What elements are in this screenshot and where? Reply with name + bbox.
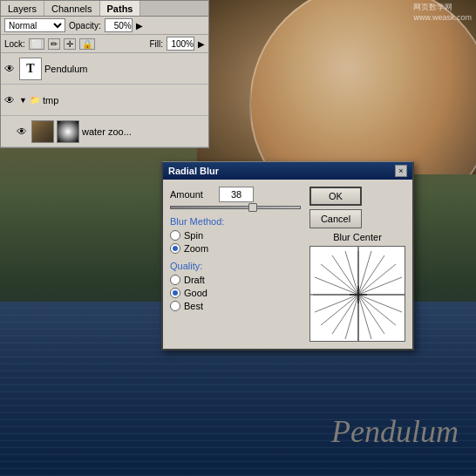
svg-line-14 <box>315 295 358 312</box>
svg-line-11 <box>345 295 358 339</box>
radio-best-label: Best <box>184 301 203 311</box>
slider-thumb <box>248 203 257 212</box>
lock-fill-row: Lock: ⬜ ✏ ✛ 🔒 Fill: ▶ <box>1 35 208 53</box>
quality-best[interactable]: Best <box>170 301 303 311</box>
layer-name-tmp: tmp <box>43 95 207 105</box>
radio-good-label: Good <box>184 288 207 298</box>
layer-name-water: water zoo... <box>82 126 207 137</box>
lock-position-btn[interactable]: ✛ <box>64 38 76 50</box>
blur-center-area: Blur Center <box>309 232 405 342</box>
blur-method-spin[interactable]: Spin <box>170 230 303 241</box>
svg-line-13 <box>321 295 358 325</box>
ok-button[interactable]: OK <box>309 187 362 206</box>
dialog-body: Amount Blur Method: Spin Zoom <box>163 180 412 349</box>
layer-thumb-water <box>31 120 54 143</box>
dialog-title: Radial Blur <box>168 166 219 176</box>
fill-input[interactable] <box>167 37 194 51</box>
amount-slider[interactable] <box>170 206 301 209</box>
radio-draft-label: Draft <box>184 275 205 285</box>
svg-line-17 <box>321 264 358 295</box>
hamster-image <box>197 0 476 174</box>
blur-method-zoom[interactable]: Zoom <box>170 243 303 254</box>
slider-container <box>170 206 303 209</box>
svg-line-8 <box>358 295 384 334</box>
quality-draft[interactable]: Draft <box>170 275 303 285</box>
panel-tabs: Layers Channels Paths <box>1 1 208 17</box>
radio-draft[interactable] <box>170 275 180 285</box>
layer-thumb-pendulum: T <box>19 58 42 80</box>
blur-method-label: Blur Method: <box>170 216 303 227</box>
radial-blur-dialog: Radial Blur × Amount Blur Method: Sp <box>161 161 414 350</box>
svg-line-16 <box>315 277 358 295</box>
opacity-arrow[interactable]: ▶ <box>136 21 143 31</box>
svg-line-6 <box>358 295 402 312</box>
quality-good[interactable]: Good <box>170 288 303 298</box>
dialog-titlebar: Radial Blur × <box>163 162 412 180</box>
layer-text-icon: T <box>20 58 41 79</box>
dialog-close-button[interactable]: × <box>395 165 407 177</box>
fill-arrow[interactable]: ▶ <box>198 39 205 49</box>
svg-line-12 <box>332 295 358 334</box>
layer-mask-thumb-water <box>57 120 79 143</box>
svg-line-19 <box>345 251 358 295</box>
svg-line-4 <box>358 277 402 295</box>
layer-name-pendulum: Pendulum <box>44 64 207 74</box>
radio-zoom-label: Zoom <box>184 243 208 254</box>
radio-good[interactable] <box>170 288 180 298</box>
blur-center-label: Blur Center <box>309 232 405 242</box>
quality-label: Quality: <box>170 261 303 271</box>
folder-icon: 📁 <box>30 95 40 105</box>
svg-line-3 <box>358 264 396 295</box>
tab-paths[interactable]: Paths <box>100 1 141 16</box>
lock-all-btn[interactable]: 🔒 <box>79 38 95 50</box>
blur-method-group: Spin Zoom <box>170 230 303 254</box>
radio-spin-label: Spin <box>184 230 203 241</box>
layer-row-water[interactable]: 👁 water zoo... <box>1 116 208 147</box>
blend-opacity-row: Normal Opacity: ▶ <box>1 17 208 35</box>
blend-mode-select[interactable]: Normal <box>4 18 65 32</box>
lock-transparent-btn[interactable]: ⬜ <box>29 38 44 50</box>
svg-line-7 <box>358 295 396 325</box>
layers-panel: Layers Channels Paths Normal Opacity: ▶ … <box>0 0 209 148</box>
quality-group: Draft Good Best <box>170 275 303 311</box>
layer-eye-tmp[interactable]: 👁 <box>3 93 17 107</box>
fill-label: Fill: <box>149 39 163 49</box>
layer-eye-water[interactable]: 👁 <box>15 125 29 139</box>
radio-zoom[interactable] <box>170 243 180 254</box>
folder-arrow[interactable]: ▼ <box>19 96 27 105</box>
watermark: 网页数学网 www.weask.com <box>413 2 472 22</box>
opacity-input[interactable] <box>105 18 133 32</box>
cancel-button[interactable]: Cancel <box>309 209 362 228</box>
layers-list: 👁 T Pendulum 👁 ▼ 📁 tmp 👁 water zoo... <box>1 53 208 147</box>
svg-line-18 <box>332 255 358 295</box>
blur-center-preview[interactable] <box>309 246 405 342</box>
lock-label: Lock: <box>4 39 25 49</box>
layer-row-tmp[interactable]: 👁 ▼ 📁 tmp <box>1 85 208 116</box>
dialog-right-panel: OK Cancel Blur Center <box>309 187 405 342</box>
lock-image-btn[interactable]: ✏ <box>48 38 60 50</box>
tab-channels[interactable]: Channels <box>44 1 99 16</box>
pendulum-signature: Pendulum <box>331 413 459 450</box>
layer-row-pendulum[interactable]: 👁 T Pendulum <box>1 53 208 85</box>
blur-center-svg <box>310 247 405 342</box>
layer-eye-pendulum[interactable]: 👁 <box>3 62 17 76</box>
radio-best[interactable] <box>170 301 180 311</box>
svg-line-9 <box>358 295 371 339</box>
svg-line-1 <box>358 251 371 295</box>
amount-row: Amount <box>170 187 303 202</box>
svg-line-2 <box>358 255 384 295</box>
tab-layers[interactable]: Layers <box>1 1 44 16</box>
radio-spin[interactable] <box>170 230 180 241</box>
amount-input[interactable] <box>219 187 254 202</box>
opacity-label: Opacity: <box>69 21 101 31</box>
layer-thumb-water-img <box>32 121 53 142</box>
hamster-circle <box>249 0 476 174</box>
dialog-controls: Amount Blur Method: Spin Zoom <box>170 187 303 342</box>
amount-label: Amount <box>170 189 214 200</box>
